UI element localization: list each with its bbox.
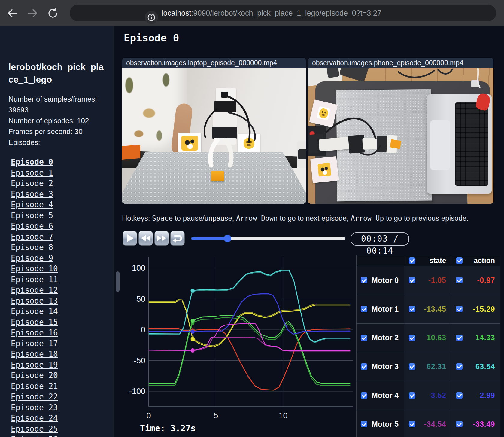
motor-3-row-checkbox[interactable] — [361, 363, 367, 370]
motor-row: Motor 362.3163.54 — [357, 352, 500, 381]
video-panel-phone: observation.images.phone_episode_000000.… — [308, 58, 493, 204]
reload-icon[interactable] — [47, 7, 59, 19]
sidebar-episode-link[interactable]: Episode 1 — [11, 168, 110, 179]
motor-0-action-checkbox[interactable] — [456, 277, 463, 283]
seek-slider[interactable] — [191, 237, 345, 240]
motor-4-action-value: -2.99 — [477, 391, 495, 400]
sidebar-episode-link[interactable]: Episode 20 — [11, 370, 110, 381]
svg-text:10: 10 — [278, 411, 287, 420]
episode-list: Episode 0Episode 1Episode 2Episode 3Epis… — [11, 157, 110, 437]
seek-slider-thumb[interactable] — [224, 235, 231, 242]
motor-4-row-checkbox[interactable] — [361, 392, 367, 399]
motor-1-state-checkbox[interactable] — [409, 306, 415, 312]
video-phone[interactable] — [308, 68, 493, 204]
sidebar-episode-link[interactable]: Episode 3 — [11, 189, 110, 200]
url-path: :9090/lerobot/koch_pick_place_1_lego/epi… — [191, 9, 381, 17]
motor-table: stateactionMotor 0-1.05-0.97Motor 1-13.4… — [356, 255, 500, 437]
lerobot-dataset-visualizer: localhost:9090/lerobot/koch_pick_place_1… — [0, 0, 504, 437]
sidebar-episode-link[interactable]: Episode 24 — [11, 413, 110, 424]
sidebar-episode-link[interactable]: Episode 14 — [11, 306, 110, 317]
sidebar-episode-link[interactable]: Episode 8 — [11, 242, 110, 253]
sidebar-episode-link[interactable]: Episode 22 — [11, 392, 110, 402]
sidebar-episode-link[interactable]: Episode 25 — [11, 424, 110, 435]
robot-gripper-cables — [122, 68, 306, 204]
sidebar-episode-link[interactable]: Episode 19 — [11, 360, 110, 371]
motor-label: Motor 5 — [372, 420, 399, 429]
motor-chart[interactable]: 100500-50-1000510Time: 3.27s — [120, 254, 357, 436]
motor-4-action-checkbox[interactable] — [456, 392, 463, 399]
sidebar-episode-link[interactable]: Episode 2 — [11, 178, 110, 189]
sidebar-episode-link[interactable]: Episode 11 — [11, 274, 110, 285]
url-host: localhost — [162, 9, 191, 17]
motor-1-row-checkbox[interactable] — [361, 306, 367, 312]
sidebar-episode-link[interactable]: Episode 23 — [11, 402, 110, 413]
sidebar-episode-link[interactable]: Episode 16 — [11, 328, 110, 338]
sidebar-episode-link[interactable]: Episode 0 — [11, 157, 110, 168]
dataset-info-line: Number of samples/frames: 39693 — [8, 94, 104, 115]
sidebar-episode-link[interactable]: Episode 17 — [11, 338, 110, 349]
hotkeys-prefix: Hotkeys: — [122, 214, 152, 222]
motor-5-action-value: -33.49 — [473, 420, 495, 429]
motor-3-state-value: 62.31 — [427, 362, 446, 371]
sidebar-episode-link[interactable]: Episode 26 — [11, 434, 110, 437]
site-info-icon[interactable] — [145, 11, 158, 24]
sidebar-episode-link[interactable]: Episode 5 — [11, 210, 110, 221]
hotkeys-help: Hotkeys: Space to pause/unpause, Arrow D… — [122, 214, 469, 222]
hotkeys-seg2: to go to next episode, — [278, 214, 351, 222]
play-button[interactable] — [123, 231, 137, 246]
sidebar-episode-link[interactable]: Episode 12 — [11, 285, 110, 296]
motor-2-action-checkbox[interactable] — [456, 335, 463, 341]
motor-1-action-value: -15.29 — [473, 305, 495, 313]
svg-text:0: 0 — [141, 325, 145, 334]
table-header-action: action — [474, 256, 495, 265]
motor-5-action-checkbox[interactable] — [456, 421, 463, 427]
sidebar-episode-link[interactable]: Episode 15 — [11, 317, 110, 328]
motor-4-state-checkbox[interactable] — [409, 392, 415, 399]
motor-3-state-checkbox[interactable] — [409, 363, 415, 370]
dataset-info-line: Frames per second: 30 — [8, 126, 104, 137]
motor-row: Motor 0-1.05-0.97 — [357, 266, 500, 295]
time-display: 00:03 / 00:14 — [351, 232, 409, 246]
sidebar-episode-link[interactable]: Episode 13 — [11, 296, 110, 307]
dataset-title: lerobot/koch_pick_place_1_lego — [8, 61, 105, 86]
video-title-phone: observation.images.phone_episode_000000.… — [308, 58, 493, 68]
motor-2-row-checkbox[interactable] — [361, 335, 367, 341]
motor-0-state-checkbox[interactable] — [409, 277, 415, 283]
seek-slider-fill — [191, 237, 227, 240]
dataset-info-line: Number of episodes: 102 — [8, 115, 104, 126]
motor-1-action-checkbox[interactable] — [456, 306, 463, 312]
motor-label: Motor 2 — [372, 333, 399, 342]
svg-text:-50: -50 — [134, 356, 145, 365]
motor-3-action-checkbox[interactable] — [456, 363, 463, 370]
video-laptop[interactable] — [122, 68, 306, 204]
hotkey-space: Space — [152, 214, 173, 222]
url-bar[interactable]: localhost:9090/lerobot/koch_pick_place_1… — [70, 5, 496, 21]
motor-label: Motor 4 — [372, 391, 399, 400]
hotkeys-seg1: to pause/unpause, — [173, 214, 236, 222]
motor-2-state-checkbox[interactable] — [409, 335, 415, 341]
rewind-button[interactable] — [138, 231, 153, 246]
motor-5-row-checkbox[interactable] — [361, 421, 367, 427]
sidebar-episode-link[interactable]: Episode 21 — [11, 381, 110, 392]
motor-5-state-checkbox[interactable] — [409, 421, 415, 427]
scrollbar-thumb[interactable] — [116, 271, 120, 292]
page-title: Episode 0 — [124, 32, 179, 44]
svg-text:0: 0 — [146, 411, 151, 420]
hotkeys-seg3: to go to previous episode. — [384, 214, 469, 222]
state-column-checkbox[interactable] — [409, 257, 415, 264]
sidebar-episode-link[interactable]: Episode 4 — [11, 200, 110, 210]
fast-forward-button[interactable] — [154, 231, 169, 246]
action-column-checkbox[interactable] — [456, 257, 463, 264]
back-icon[interactable] — [7, 7, 19, 19]
sidebar-episode-link[interactable]: Episode 18 — [11, 349, 110, 360]
sidebar-episode-link[interactable]: Episode 7 — [11, 232, 110, 243]
sidebar-episode-link[interactable]: Episode 10 — [11, 264, 110, 274]
svg-text:Time: 3.27s: Time: 3.27s — [140, 423, 196, 433]
sidebar-episode-link[interactable]: Episode 6 — [11, 221, 110, 232]
sidebar-episode-link[interactable]: Episode 9 — [11, 253, 110, 264]
motor-2-state-value: 10.63 — [427, 333, 446, 342]
motor-3-action-value: 63.54 — [475, 362, 495, 371]
motor-0-row-checkbox[interactable] — [361, 277, 367, 283]
forward-icon[interactable] — [26, 7, 38, 19]
loop-button[interactable] — [170, 231, 185, 246]
